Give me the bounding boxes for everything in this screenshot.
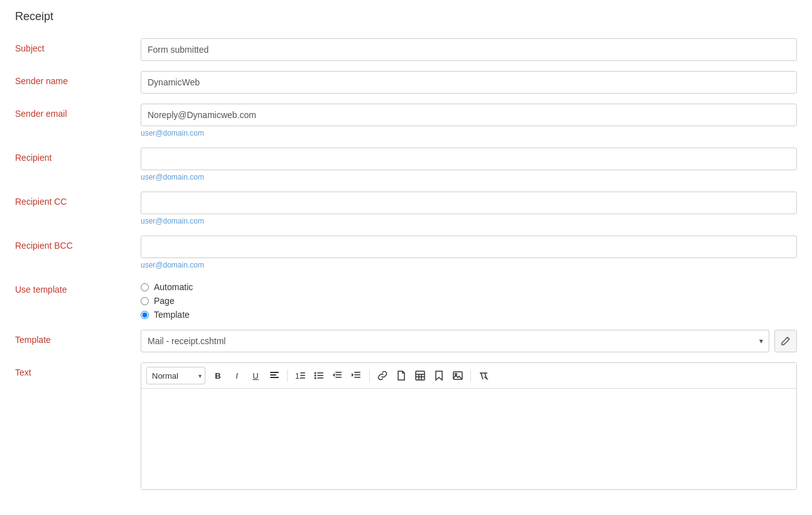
svg-marker-20 [352, 373, 354, 377]
use-template-field-wrap: Automatic Page Template [141, 279, 797, 320]
recipient-bcc-hint: user@domain.com [141, 261, 797, 269]
recipient-cc-field-wrap: user@domain.com [141, 192, 797, 225]
page-title: Receipt [15, 10, 797, 23]
subject-input[interactable] [141, 38, 797, 61]
radio-automatic[interactable]: Automatic [141, 282, 797, 292]
recipient-label: Recipient [15, 148, 141, 163]
recipient-cc-hint: user@domain.com [141, 217, 797, 225]
sender-email-field-wrap: user@domain.com [141, 104, 797, 138]
sender-email-label: Sender email [15, 104, 141, 119]
svg-rect-17 [354, 372, 360, 373]
svg-rect-4 [300, 372, 305, 374]
unordered-list-icon [314, 371, 324, 381]
use-template-radio-group: Automatic Page Template [141, 279, 797, 320]
radio-page[interactable]: Page [141, 296, 797, 306]
svg-rect-1 [270, 374, 276, 376]
toolbar-divider-2 [369, 369, 370, 382]
subject-row: Subject [15, 38, 797, 61]
recipient-field-wrap: user@domain.com [141, 148, 797, 182]
edit-icon [781, 336, 791, 346]
svg-rect-0 [270, 372, 279, 373]
radio-template-input[interactable] [141, 311, 149, 319]
radio-automatic-label: Automatic [154, 282, 193, 292]
sender-name-label: Sender name [15, 71, 141, 86]
format-select-wrap: Normal Heading 1 Heading 2 ▾ [146, 367, 205, 384]
text-editor-content[interactable] [141, 389, 796, 489]
bold-button[interactable]: B [209, 367, 227, 384]
svg-rect-2 [270, 377, 279, 378]
sender-name-input[interactable] [141, 71, 797, 94]
indent-increase-button[interactable] [348, 367, 365, 384]
unordered-list-button[interactable] [310, 367, 328, 384]
radio-page-label: Page [154, 296, 175, 306]
template-field-wrap: Mail - receipt.cshtml ▾ [141, 330, 797, 352]
ordered-list-icon: 1. [295, 371, 305, 381]
indent-decrease-button[interactable] [329, 367, 347, 384]
align-icon [270, 371, 279, 380]
toolbar-divider-1 [287, 369, 288, 382]
svg-rect-10 [317, 372, 323, 374]
svg-rect-13 [335, 372, 342, 373]
underline-button[interactable]: U [247, 367, 264, 384]
sender-name-field-wrap [141, 71, 797, 94]
template-edit-button[interactable] [774, 330, 797, 352]
table-button[interactable] [411, 367, 429, 384]
text-row: Text Normal Heading 1 Heading 2 ▾ B I U [15, 362, 797, 490]
recipient-bcc-input[interactable] [141, 236, 797, 258]
radio-page-input[interactable] [141, 297, 149, 305]
ordered-list-button[interactable]: 1. [291, 367, 309, 384]
recipient-cc-label: Recipient CC [15, 192, 141, 207]
text-editor: Normal Heading 1 Heading 2 ▾ B I U [141, 362, 797, 490]
radio-template[interactable]: Template [141, 310, 797, 320]
radio-automatic-input[interactable] [141, 283, 149, 291]
svg-line-29 [481, 373, 483, 379]
clear-formatting-button[interactable] [475, 367, 492, 384]
use-template-label: Use template [15, 279, 141, 295]
sender-email-row: Sender email user@domain.com [15, 104, 797, 138]
template-select-wrap: Mail - receipt.cshtml ▾ [141, 330, 769, 352]
svg-rect-14 [335, 374, 342, 376]
indent-decrease-icon [333, 371, 343, 381]
sender-name-row: Sender name [15, 71, 797, 94]
recipient-bcc-field-wrap: user@domain.com [141, 236, 797, 269]
sender-email-input[interactable] [141, 104, 797, 126]
link-button[interactable] [374, 367, 391, 384]
align-button[interactable] [266, 367, 283, 384]
template-label: Template [15, 330, 141, 345]
recipient-input[interactable] [141, 148, 797, 170]
svg-rect-11 [317, 375, 323, 376]
template-select[interactable]: Mail - receipt.cshtml [141, 330, 769, 352]
recipient-bcc-row: Recipient BCC user@domain.com [15, 236, 797, 269]
bookmark-icon [435, 371, 443, 381]
svg-rect-5 [300, 375, 305, 376]
svg-rect-18 [354, 374, 360, 376]
radio-template-label: Template [154, 310, 190, 320]
document-button[interactable] [392, 367, 410, 384]
format-select[interactable]: Normal Heading 1 Heading 2 [146, 367, 205, 384]
svg-marker-16 [333, 373, 335, 377]
template-select-row: Mail - receipt.cshtml ▾ [141, 330, 797, 352]
svg-rect-12 [317, 377, 323, 379]
svg-rect-6 [300, 377, 305, 379]
svg-rect-21 [416, 371, 425, 380]
recipient-row: Recipient user@domain.com [15, 148, 797, 182]
svg-rect-15 [335, 377, 342, 378]
recipient-cc-input[interactable] [141, 192, 797, 214]
subject-field-wrap [141, 38, 797, 61]
recipient-hint: user@domain.com [141, 173, 797, 182]
document-icon [397, 371, 406, 381]
clear-formatting-icon [479, 371, 489, 381]
subject-label: Subject [15, 38, 141, 53]
recipient-bcc-label: Recipient BCC [15, 236, 141, 251]
sender-email-hint: user@domain.com [141, 129, 797, 138]
svg-rect-19 [354, 377, 360, 378]
table-icon [415, 371, 425, 381]
image-icon [453, 371, 463, 381]
toolbar-divider-3 [470, 369, 471, 382]
image-button[interactable] [449, 367, 467, 384]
bookmark-button[interactable] [430, 367, 448, 384]
recipient-cc-row: Recipient CC user@domain.com [15, 192, 797, 225]
svg-point-9 [315, 377, 317, 379]
text-editor-wrap: Normal Heading 1 Heading 2 ▾ B I U [141, 362, 797, 490]
italic-button[interactable]: I [228, 367, 246, 384]
